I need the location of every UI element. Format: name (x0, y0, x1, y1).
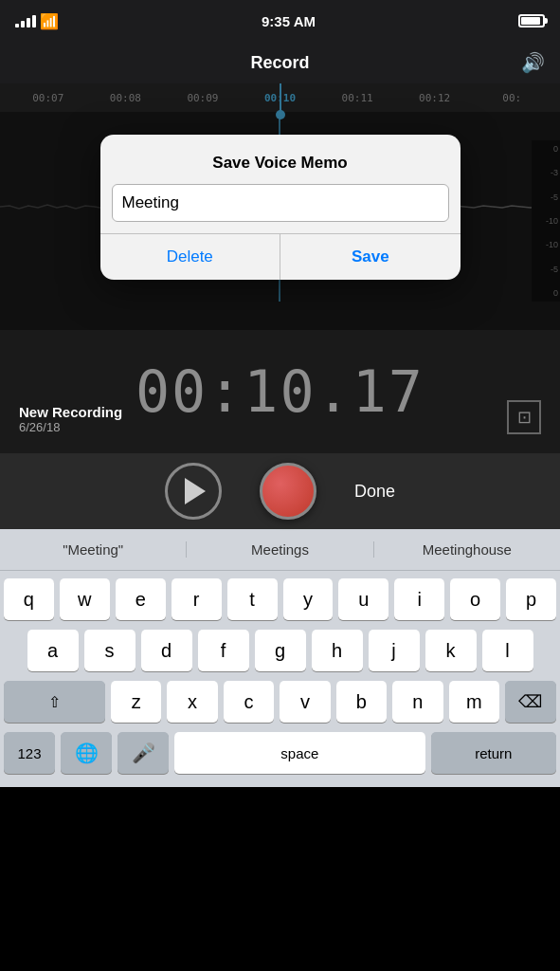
keyboard-row-2: a s d f g h j k l (4, 630, 556, 671)
return-key[interactable]: return (431, 732, 556, 774)
key-g[interactable]: g (255, 630, 306, 671)
controls: Done (0, 453, 560, 529)
shift-key[interactable]: ⇧ (4, 681, 105, 723)
keyboard-row-3: ⇧ z x c v b n m ⌫ (4, 681, 556, 723)
key-u[interactable]: u (338, 578, 388, 620)
key-x[interactable]: x (167, 681, 217, 723)
numbers-key[interactable]: 123 (4, 732, 55, 774)
dialog-overlay: Save Voice Memo Delete Save (0, 83, 560, 330)
key-z[interactable]: z (111, 681, 161, 723)
dialog-buttons: Delete Save (100, 233, 461, 280)
recording-date: 6/26/18 (19, 420, 122, 434)
key-c[interactable]: c (224, 681, 274, 723)
dialog-title: Save Voice Memo (212, 154, 347, 172)
key-e[interactable]: e (116, 578, 166, 620)
key-f[interactable]: f (198, 630, 249, 671)
autocomplete-item-2[interactable]: Meetinghouse (374, 541, 560, 558)
dialog-input-wrap (100, 184, 461, 233)
key-n[interactable]: n (392, 681, 443, 723)
key-d[interactable]: d (141, 630, 192, 671)
autocomplete-bar: "Meeting" Meetings Meetinghouse (0, 529, 560, 571)
recording-name: New Recording (19, 404, 122, 420)
speaker-icon[interactable]: 🔊 (521, 51, 545, 74)
key-q[interactable]: q (4, 578, 54, 620)
done-button[interactable]: Done (354, 482, 395, 502)
nav-bar: Record 🔊 (0, 42, 560, 83)
delete-key[interactable]: ⌫ (505, 681, 556, 723)
key-a[interactable]: a (27, 630, 79, 671)
key-k[interactable]: k (425, 630, 477, 671)
timeline-area: 00:07 00:08 00:09 00:10 00:11 00:12 00: … (0, 83, 560, 330)
key-h[interactable]: h (312, 630, 363, 671)
status-time: 9:35 AM (262, 13, 316, 29)
autocomplete-item-0[interactable]: "Meeting" (0, 541, 187, 558)
trim-icon[interactable]: ⊡ (507, 400, 541, 434)
nav-title: Record (250, 53, 309, 73)
key-l[interactable]: l (482, 630, 533, 671)
key-t[interactable]: t (227, 578, 278, 620)
record-button[interactable] (260, 463, 316, 520)
key-v[interactable]: v (280, 681, 330, 723)
play-button[interactable] (165, 463, 222, 520)
key-w[interactable]: w (60, 578, 110, 620)
keyboard-row-1: q w e r t y u i o p (4, 578, 556, 620)
autocomplete-item-1[interactable]: Meetings (187, 541, 373, 558)
key-y[interactable]: y (283, 578, 334, 620)
key-j[interactable]: j (369, 630, 420, 671)
play-icon (185, 478, 206, 504)
battery-icon (518, 14, 545, 27)
recording-info: New Recording 6/26/18 (19, 404, 122, 434)
delete-button[interactable]: Delete (100, 234, 281, 280)
wifi-icon: 📶 (40, 12, 59, 30)
timer-display: 00:10.17 (135, 358, 425, 425)
key-m[interactable]: m (449, 681, 499, 723)
status-bar: 📶 9:35 AM (0, 0, 560, 42)
key-o[interactable]: o (450, 578, 500, 620)
key-r[interactable]: r (172, 578, 222, 620)
key-s[interactable]: s (84, 630, 135, 671)
space-key[interactable]: space (174, 732, 425, 774)
keyboard: q w e r t y u i o p a s d f g h j k l ⇧ … (0, 571, 560, 787)
save-button[interactable]: Save (280, 234, 461, 280)
keyboard-row-4: 123 🌐 🎤 space return (4, 732, 556, 774)
recording-area: 00:10.17 New Recording 6/26/18 ⊡ (0, 330, 560, 453)
status-right (518, 14, 545, 27)
globe-key[interactable]: 🌐 (61, 732, 112, 774)
dialog-header: Save Voice Memo (100, 135, 461, 184)
key-i[interactable]: i (394, 578, 444, 620)
mic-key[interactable]: 🎤 (117, 732, 169, 774)
signal-icon (15, 15, 36, 27)
memo-name-input[interactable] (112, 184, 449, 222)
status-left: 📶 (15, 12, 59, 30)
save-voice-memo-dialog: Save Voice Memo Delete Save (100, 135, 461, 280)
key-p[interactable]: p (506, 578, 556, 620)
key-b[interactable]: b (336, 681, 387, 723)
